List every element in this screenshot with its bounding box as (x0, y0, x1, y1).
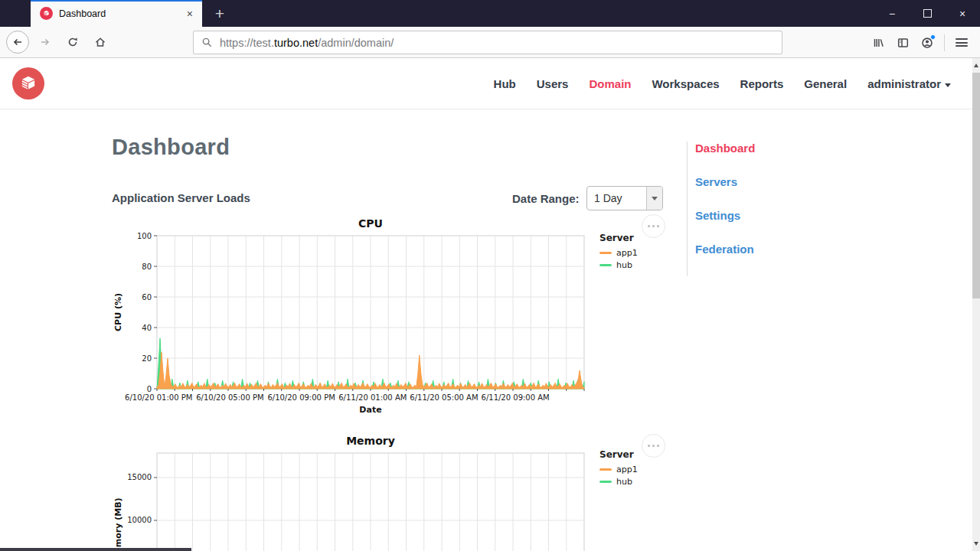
legend-item-app1[interactable]: app1 (599, 465, 668, 474)
turbo-favicon-icon (40, 7, 53, 20)
app1-swatch (599, 468, 612, 471)
new-tab-button[interactable]: + (207, 0, 233, 27)
account-notification-dot (930, 34, 936, 40)
page-scrollbar[interactable] (972, 58, 980, 551)
scroll-down-icon[interactable] (972, 537, 980, 550)
svg-text:6/11/20 09:00 AM: 6/11/20 09:00 AM (482, 393, 550, 402)
select-arrow-button[interactable] (646, 187, 662, 210)
url-text: https://test.turbo.net/admin/domain/ (220, 37, 394, 49)
svg-text:6/10/20 09:00 PM: 6/10/20 09:00 PM (267, 393, 335, 402)
sidebar-item-dashboard[interactable]: Dashboard (695, 142, 840, 155)
reload-button[interactable] (61, 31, 84, 54)
library-icon (872, 37, 885, 49)
forward-button[interactable] (34, 31, 57, 54)
library-button[interactable] (866, 31, 890, 54)
window-maximize-button[interactable] (910, 0, 945, 27)
url-scheme: https://test. (220, 37, 274, 49)
svg-text:15000: 15000 (127, 473, 152, 481)
hub-swatch (599, 264, 612, 266)
bottom-edge-strip (0, 548, 191, 551)
chevron-down-icon (652, 197, 658, 201)
maximize-icon (923, 9, 932, 18)
turbo-logo[interactable] (12, 67, 44, 99)
home-button[interactable] (89, 31, 112, 54)
reload-icon (67, 36, 79, 48)
svg-text:6/10/20 01:00 PM: 6/10/20 01:00 PM (125, 393, 192, 402)
svg-text:Memory: Memory (346, 435, 395, 447)
nav-item-workspaces[interactable]: Workspaces (652, 77, 719, 90)
sidebar-item-federation[interactable]: Federation (695, 243, 840, 256)
cpu-chart-options-button[interactable] (642, 214, 665, 238)
legend-item-hub[interactable]: hub (599, 260, 668, 270)
nav-item-hub[interactable]: Hub (494, 77, 516, 90)
svg-text:20: 20 (142, 354, 152, 363)
window-close-button[interactable]: × (945, 0, 980, 27)
svg-text:Date: Date (359, 405, 381, 415)
app1-swatch (599, 252, 612, 254)
tab-title: Dashboard (59, 8, 185, 19)
browser-toolbar: https://test.turbo.net/admin/domain/ (0, 27, 980, 58)
svg-text:100: 100 (137, 232, 152, 240)
forward-arrow-icon (39, 36, 51, 48)
account-button[interactable] (915, 31, 939, 54)
svg-text:CPU (%): CPU (%) (113, 293, 123, 331)
svg-text:10000: 10000 (127, 516, 152, 524)
sidebar-item-servers[interactable]: Servers (695, 175, 840, 188)
sidebar-toggle-button[interactable] (890, 31, 915, 54)
hub-swatch (599, 481, 612, 483)
scroll-up-icon[interactable] (972, 59, 980, 72)
back-arrow-icon (11, 36, 24, 48)
user-menu-label: administrator (867, 77, 941, 90)
date-range-value: 1 Day (587, 187, 646, 210)
svg-text:60: 60 (142, 293, 152, 302)
svg-text:0: 0 (147, 385, 152, 393)
date-range-label: Date Range: (512, 192, 580, 205)
url-path: /admin/domain/ (318, 37, 394, 49)
cpu-chart-legend: Server app1 hub (599, 233, 668, 272)
nav-item-users[interactable]: Users (537, 77, 569, 90)
site-header: Hub Users Domain Workspaces Reports Gene… (0, 58, 972, 109)
date-range-select[interactable]: 1 Day (586, 186, 663, 210)
browser-tab-dashboard[interactable]: Dashboard × (31, 0, 202, 27)
legend-item-app1[interactable]: app1 (599, 248, 668, 258)
cpu-chart: 0204060801006/10/20 01:00 PM6/10/20 05:0… (111, 215, 616, 425)
svg-text:CPU: CPU (358, 217, 383, 230)
toolbar-right-icons (866, 27, 974, 58)
memory-chart: 1000015000MemoryMemory (MB) (111, 430, 616, 551)
page-title: Dashboard (112, 135, 230, 160)
url-domain: turbo.net (274, 37, 318, 49)
domain-side-nav: Dashboard Servers Settings Federation (687, 142, 840, 276)
hamburger-icon (956, 37, 968, 49)
menu-button[interactable] (949, 31, 974, 54)
tab-close-icon[interactable]: × (185, 8, 194, 20)
nav-item-reports[interactable]: Reports (740, 77, 784, 90)
caret-down-icon (945, 83, 951, 87)
home-icon (94, 36, 106, 48)
svg-text:6/11/20 01:00 AM: 6/11/20 01:00 AM (338, 393, 407, 402)
legend-item-hub[interactable]: hub (599, 477, 668, 487)
svg-text:80: 80 (142, 262, 152, 271)
url-bar[interactable]: https://test.turbo.net/admin/domain/ (193, 31, 782, 54)
window-minimize-button[interactable]: − (874, 0, 910, 27)
search-icon (201, 37, 213, 48)
turbo-cube-icon (18, 73, 38, 93)
page-content: Hub Users Domain Workspaces Reports Gene… (0, 58, 980, 551)
back-button[interactable] (6, 31, 29, 54)
svg-text:6/10/20 05:00 PM: 6/10/20 05:00 PM (196, 393, 263, 402)
scrollbar-thumb[interactable] (972, 73, 980, 298)
browser-titlebar: Dashboard × + − × (0, 0, 980, 27)
window-controls: − × (874, 0, 980, 27)
main-nav: Hub Users Domain Workspaces Reports Gene… (494, 58, 951, 109)
toolbar-divider (944, 34, 945, 51)
svg-text:40: 40 (142, 324, 152, 332)
svg-text:6/11/20 05:00 AM: 6/11/20 05:00 AM (410, 393, 478, 402)
section-title: Application Server Loads (112, 191, 250, 204)
svg-text:Memory (MB): Memory (MB) (113, 497, 123, 551)
nav-item-domain[interactable]: Domain (589, 77, 631, 90)
sidebar-item-settings[interactable]: Settings (695, 209, 840, 222)
user-menu[interactable]: administrator (867, 77, 951, 90)
active-tab-indicator (31, 0, 202, 2)
nav-item-general[interactable]: General (804, 77, 847, 90)
memory-chart-options-button[interactable] (642, 434, 665, 458)
sidebar-toggle-icon (897, 37, 910, 49)
